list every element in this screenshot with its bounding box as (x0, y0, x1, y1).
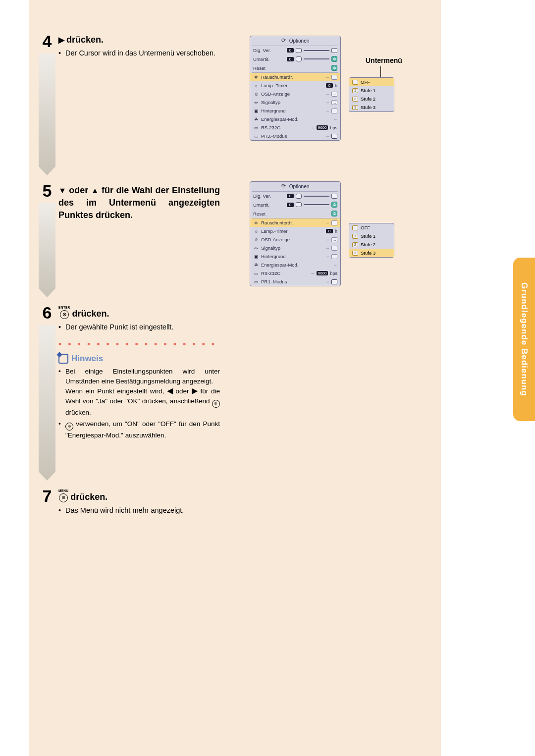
submenu-item: 3Stufe 3 (349, 249, 394, 257)
side-tab-label: Grundlegende Bedienung (519, 282, 529, 396)
arrow-down-icon (39, 203, 55, 297)
leader-line (380, 66, 381, 77)
hinweis-heading: Hinweis (58, 354, 220, 364)
slider-thumb-icon (296, 48, 302, 53)
osd-title: Optionen (250, 36, 340, 46)
arrow-right-icon: → (333, 117, 337, 122)
arrow-right-icon: → (325, 100, 329, 105)
left-triangle-icon (167, 387, 173, 395)
submenu-item-label: OFF (361, 79, 370, 85)
projector-icon: ▭ (253, 134, 259, 139)
osd-row-energiespar: ☘ Energiespar-Mod. → (250, 115, 340, 123)
value-box-icon (331, 100, 337, 105)
right-triangle-icon (58, 36, 64, 44)
arrow-down-icon (39, 325, 55, 481)
level-box-icon: 2 (352, 97, 358, 102)
arrow-right-icon: → (325, 75, 329, 80)
step-7: 7 MENU drücken. Das Menü wird nicht mehr… (29, 486, 225, 527)
step-7-head-text: drücken. (70, 492, 107, 502)
noise-icon: ✲ (253, 75, 259, 80)
submenu-item-label: Stufe 3 (361, 250, 375, 256)
level-box-icon (352, 80, 358, 85)
submenu-item-label: Stufe 1 (361, 233, 375, 239)
value-box-icon (331, 92, 337, 97)
osd-row-lamp: ☼ Lamp.-Timer 0 h (250, 81, 340, 90)
step-4-head-text: drücken. (66, 35, 104, 45)
osd-row-untertit: Untertit. 0 (250, 54, 340, 63)
gear-icon (331, 65, 337, 71)
screen-icon (331, 134, 337, 139)
options-icon (281, 38, 287, 44)
osd-panel: Optionen Dig. Ver.0 Untertit.0 Reset ✲Ra… (250, 181, 341, 286)
osd-title: Optionen (250, 182, 340, 191)
submenu-item-label: Stufe 2 (361, 242, 375, 247)
end-box-icon (331, 48, 337, 53)
side-tab: Grundlegende Bedienung (513, 258, 535, 421)
submenu-item: OFF (349, 78, 394, 86)
value-box-icon (331, 75, 337, 80)
level-box-icon: 2 (352, 242, 358, 247)
step-4: 4 drücken. Der Cursor wird in das Unterm… (29, 31, 225, 175)
level-box-icon (352, 225, 358, 230)
osd-row-rauschunterdr: ✲ Rauschunterdr. → (250, 73, 340, 81)
signal-icon: ⇔ (253, 100, 259, 105)
right-triangle-icon (192, 387, 198, 395)
step-number: 5 (38, 182, 56, 202)
osd-row-signal: ⇔ Signaltyp → (250, 98, 340, 107)
level-box-icon: 1 (352, 234, 358, 239)
osd-row-hintergrund: ▣ Hintergrund → (250, 107, 340, 115)
step-number: 4 (38, 33, 56, 53)
lamp-icon: ☼ (253, 83, 259, 88)
submenu-panel: OFF1Stufe 12Stufe 23Stufe 3 (349, 223, 394, 258)
level-box-icon: 3 (352, 105, 358, 110)
submenu-item-label: Stufe 1 (361, 88, 375, 93)
eco-icon: ☘ (253, 117, 259, 122)
submenu-item: 2Stufe 2 (349, 240, 394, 249)
step-7-heading: MENU drücken. (58, 486, 220, 502)
level-box-icon: 3 (352, 251, 358, 256)
dotted-divider: • • • • • • • • • • • • • • • • • • • • … (58, 339, 220, 350)
menu-icon: MENU (58, 489, 68, 502)
step-6-body: Der gewählte Punkt ist eingestellt. (58, 322, 220, 332)
gear-icon (331, 56, 337, 62)
arrow-right-icon: → (325, 108, 329, 113)
step-4-body: Der Cursor wird in das Untermenü verscho… (58, 48, 220, 58)
down-triangle-icon (58, 187, 66, 195)
step-connector (40, 302, 54, 481)
osd-row-reset: Reset (250, 63, 340, 72)
submenu-item: 1Stufe 1 (349, 86, 394, 95)
osd-row-prj: ▭ PRJ.-Modus → (250, 132, 340, 140)
hinweis-note-2: verwenden, um "ON" oder "OFF" für den Pu… (58, 419, 220, 440)
step-5: 5 oder für die Wahl der Einstellung des … (29, 180, 225, 297)
enter-icon: ENTER (58, 306, 70, 319)
submenu-item-label: OFF (361, 225, 370, 230)
osd-panel: Optionen Dig. Ver. 0 Untertit. 0 (250, 36, 341, 141)
submenu-item-label: Stufe 2 (361, 96, 375, 102)
submenu-item: 3Stufe 3 (349, 103, 394, 111)
slider-thumb-icon (296, 56, 302, 61)
enter-icon (65, 423, 73, 431)
note-icon (58, 354, 68, 364)
step-5-mid: oder (69, 185, 88, 195)
submenu-item-label: Stufe 3 (361, 105, 375, 110)
osd-row-rs232: ▭ RS-232C → 9600 bps (250, 123, 340, 132)
up-triangle-icon (91, 187, 99, 195)
port-icon: ▭ (253, 125, 259, 130)
arrow-right-icon: → (325, 134, 329, 139)
step-6-heading: ENTER drücken. (58, 302, 220, 319)
submenu-label: Untermenü (366, 56, 402, 64)
submenu-item: 2Stufe 2 (349, 95, 394, 103)
hinweis-note-1: Bei einige Einstellungspunkten wird unte… (58, 367, 220, 418)
step-6-head-text: drücken. (72, 309, 109, 319)
submenu-panel: OFF1Stufe 12Stufe 23Stufe 3 (349, 77, 394, 112)
background-icon: ▣ (253, 108, 259, 113)
step-6: 6 ENTER drücken. Der gewählte Punkt ist … (29, 302, 225, 481)
arrow-right-icon: → (310, 125, 315, 130)
enter-icon (212, 400, 220, 408)
submenu-item: OFF (349, 223, 394, 232)
osd-row-digver: Dig. Ver. 0 (250, 46, 340, 54)
value-box-icon (331, 108, 337, 113)
step-7-body: Das Menü wird nicht mehr angezeigt. (58, 505, 220, 516)
arrow-right-icon: → (325, 92, 329, 97)
step-number: 6 (38, 304, 56, 324)
